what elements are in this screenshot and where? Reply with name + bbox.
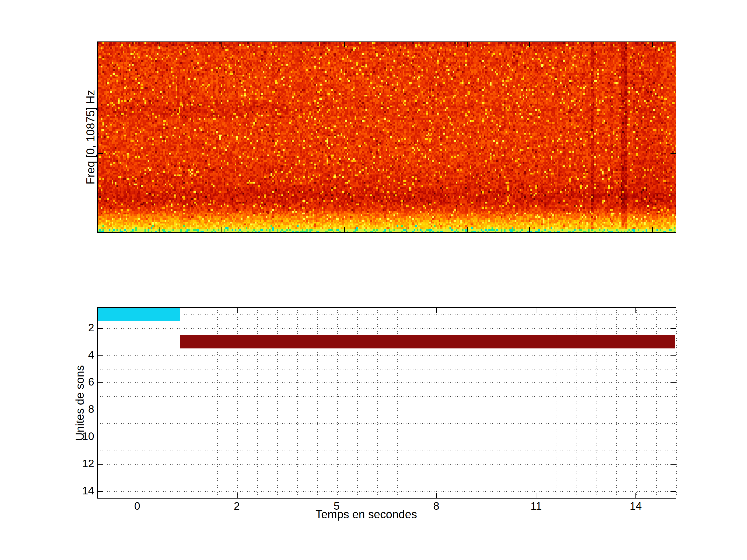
- grid-line-horizontal: [98, 382, 676, 383]
- time-tick: [406, 42, 407, 47]
- sound-unit-1-bar: [98, 308, 180, 321]
- x-axis-tick: [436, 308, 437, 313]
- x-tick-label: 0: [134, 501, 140, 511]
- freq-tick: [98, 75, 103, 75]
- y-axis-tick: [670, 464, 676, 464]
- grid-line-horizontal: [98, 437, 676, 437]
- grid-line-vertical: [118, 308, 118, 498]
- y-axis-tick: [670, 328, 676, 329]
- y-tick-label: 4: [88, 349, 94, 361]
- y-tick-label: 2: [88, 322, 94, 333]
- grid-line-horizontal: [98, 423, 676, 424]
- y-axis-tick: [670, 491, 676, 492]
- freq-tick: [98, 153, 103, 154]
- freq-tick: [670, 193, 676, 193]
- x-axis-tick: [138, 493, 138, 498]
- grid-line-horizontal: [98, 315, 676, 315]
- y-axis-tick: [98, 491, 103, 492]
- time-tick: [221, 227, 222, 232]
- grid-line-horizontal: [98, 410, 676, 410]
- grid-line-vertical: [178, 308, 178, 498]
- grid-line-vertical: [158, 308, 158, 498]
- x-axis-tick: [636, 493, 636, 498]
- x-tick-label: 2: [234, 501, 240, 511]
- freq-tick: [670, 114, 676, 114]
- time-tick: [529, 227, 530, 232]
- units-y-axis-label: Unites de sons: [74, 365, 85, 441]
- grid-line-horizontal: [98, 464, 676, 464]
- y-axis-tick: [98, 328, 103, 329]
- time-tick: [529, 42, 530, 47]
- time-tick: [591, 227, 591, 232]
- x-axis-tick: [436, 493, 437, 498]
- time-tick: [467, 227, 468, 232]
- time-tick: [159, 42, 160, 47]
- time-tick: [652, 227, 653, 232]
- y-axis-tick: [98, 410, 103, 410]
- freq-tick: [98, 193, 103, 193]
- grid-line-horizontal: [98, 491, 676, 492]
- grid-line-horizontal: [98, 451, 676, 451]
- y-axis-tick: [670, 410, 676, 410]
- freq-tick: [98, 114, 103, 114]
- y-axis-tick: [670, 382, 676, 383]
- time-tick: [221, 42, 222, 47]
- x-tick-label: 11: [531, 501, 542, 511]
- y-tick-label: 12: [82, 458, 94, 469]
- time-tick: [591, 42, 591, 47]
- y-axis-tick: [670, 437, 676, 437]
- time-x-axis-label: Temps en secondes: [315, 509, 417, 520]
- y-tick-label: 6: [88, 376, 94, 387]
- time-tick: [159, 227, 160, 232]
- y-tick-label: 8: [88, 404, 94, 415]
- time-tick: [467, 42, 468, 47]
- spectrogram-axes: [97, 42, 676, 233]
- grid-line-vertical: [676, 308, 677, 498]
- x-axis-tick: [237, 308, 238, 313]
- time-tick: [283, 42, 283, 47]
- y-axis-tick: [98, 464, 103, 464]
- x-axis-tick: [636, 308, 636, 313]
- grid-line-horizontal: [98, 355, 676, 356]
- y-axis-tick: [670, 355, 676, 356]
- spectrogram-image: [98, 42, 676, 232]
- x-axis-tick: [138, 308, 138, 313]
- x-axis-tick: [337, 493, 337, 498]
- x-axis-tick: [337, 308, 337, 313]
- y-axis-tick: [98, 355, 103, 356]
- spectrogram-y-axis-label: Freq [0, 10875] Hz: [85, 90, 96, 184]
- freq-tick: [670, 153, 676, 154]
- time-tick: [283, 227, 283, 232]
- grid-line-horizontal: [98, 396, 676, 397]
- time-tick: [652, 42, 653, 47]
- x-tick-label: 14: [630, 501, 642, 511]
- time-tick: [344, 227, 345, 232]
- x-axis-tick: [536, 493, 536, 498]
- sound-units-axes: [97, 307, 676, 499]
- freq-tick: [670, 75, 676, 75]
- x-axis-tick: [536, 308, 536, 313]
- y-axis-tick: [98, 437, 103, 437]
- x-axis-tick: [237, 493, 238, 498]
- y-tick-label: 14: [82, 485, 94, 496]
- grid-line-horizontal: [98, 328, 676, 329]
- grid-line-vertical: [138, 308, 138, 498]
- time-tick: [344, 42, 345, 47]
- time-tick: [406, 227, 407, 232]
- grid-line-horizontal: [98, 478, 676, 478]
- y-axis-tick: [98, 382, 103, 383]
- sound-unit-3-bar: [180, 335, 675, 348]
- grid-line-horizontal: [98, 369, 676, 369]
- x-tick-label: 8: [433, 501, 439, 511]
